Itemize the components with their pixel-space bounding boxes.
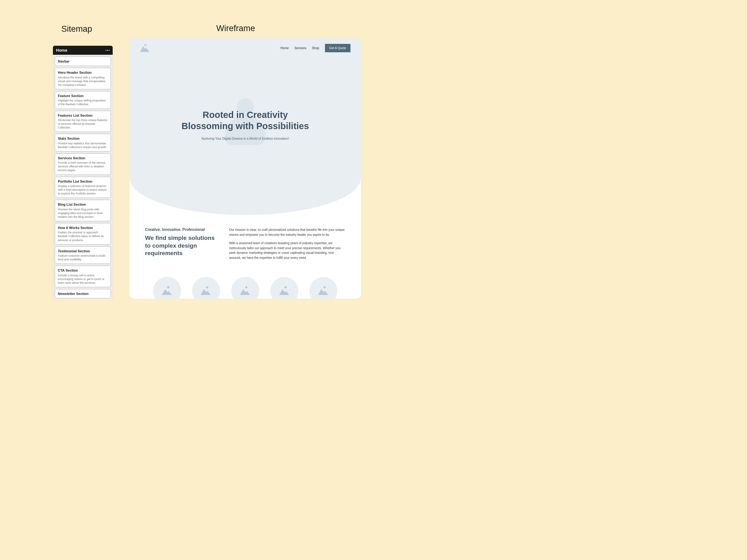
feature-icons-row — [129, 277, 361, 299]
logo-icon[interactable] — [140, 44, 149, 52]
wireframe-heading: Wireframe — [216, 24, 255, 33]
card-title: CTA Section — [58, 268, 108, 272]
card-title: Feature Section — [58, 94, 108, 98]
sitemap-card[interactable]: Services Section Provide a brief overvie… — [55, 153, 111, 175]
sitemap-card[interactable]: CTA Section Include a strong call-to-act… — [55, 266, 111, 287]
get-quote-button[interactable]: Get A Quote — [325, 44, 351, 52]
nav-link-services[interactable]: Services — [294, 46, 306, 50]
card-desc: Provide a brief overview of the various … — [58, 161, 108, 172]
nav-link-shop[interactable]: Shop — [312, 46, 319, 50]
nav-link-home[interactable]: Home — [280, 46, 289, 50]
feature-circle-icon — [271, 277, 299, 299]
sitemap-card[interactable]: Hero Header Section Introduce the brand … — [55, 68, 111, 89]
card-title: Features List Section — [58, 113, 108, 117]
card-title: Navbar — [58, 59, 108, 63]
hero-title-line1: Rooted in Creativity — [203, 110, 288, 120]
feature-eyebrow: Creative. Innovative. Professional — [145, 228, 216, 232]
card-title: How It Works Section — [58, 225, 108, 230]
card-desc: Explain the process or approach Baobab C… — [58, 231, 108, 242]
sitemap-card[interactable]: Navbar — [55, 57, 111, 66]
card-desc: Display a selection of featured projects… — [58, 184, 108, 195]
sitemap-card[interactable]: Feature Section Highlight the unique sel… — [55, 91, 111, 109]
sitemap-card[interactable]: Newsletter Section — [55, 289, 111, 298]
hero-section: Home Services Shop Get A Quote Rooted in… — [129, 38, 361, 215]
hero-title-line2: Blossoming with Possibilities — [181, 121, 309, 131]
sitemap-heading: Sitemap — [61, 24, 92, 34]
feature-circle-icon — [231, 277, 259, 299]
nav-right: Home Services Shop Get A Quote — [280, 44, 351, 52]
feature-para-1: Our mission is clear: to craft personali… — [229, 228, 345, 237]
card-desc: Feature customer testimonials to build t… — [58, 254, 108, 261]
sitemap-card[interactable]: Testimonial Section Feature customer tes… — [55, 246, 111, 264]
sitemap-body: Navbar Hero Header Section Introduce the… — [53, 55, 113, 299]
card-desc: Present key statistics that demonstrate … — [58, 141, 108, 149]
hero-center: Rooted in Creativity Blossoming with Pos… — [141, 109, 350, 140]
card-title: Stats Section — [58, 136, 108, 141]
sitemap-card[interactable]: Stats Section Present key statistics tha… — [55, 134, 111, 152]
sitemap-panel: Home Navbar Hero Header Section Introduc… — [53, 46, 113, 299]
navbar: Home Services Shop Get A Quote — [129, 38, 361, 52]
hero-subtitle: Nurturing Your Digital Dreams in a World… — [141, 137, 350, 140]
feature-left: Creative. Innovative. Professional We fi… — [145, 228, 216, 264]
card-desc: Introduce the brand with a compelling vi… — [58, 76, 108, 87]
more-icon[interactable] — [105, 50, 109, 51]
wireframe-panel: Home Services Shop Get A Quote Rooted in… — [129, 38, 361, 299]
hero-title: Rooted in Creativity Blossoming with Pos… — [141, 109, 350, 132]
sitemap-page-title: Home — [56, 48, 67, 53]
card-desc: Include a strong call-to-action encourag… — [58, 273, 108, 285]
card-desc: Showcase the top three unique features o… — [58, 118, 108, 129]
card-title: Testimonial Section — [58, 249, 108, 253]
feature-circle-icon — [192, 277, 220, 299]
feature-title: We find simple solutions to complex desi… — [145, 234, 216, 257]
sitemap-card[interactable]: Blog List Section Preview the latest blo… — [55, 200, 111, 221]
card-desc: Highlight the unique selling proposition… — [58, 99, 108, 106]
feature-circle-icon — [309, 277, 337, 299]
card-title: Newsletter Section — [58, 292, 108, 296]
sitemap-card[interactable]: Features List Section Showcase the top t… — [55, 111, 111, 132]
feature-circle-icon — [153, 277, 181, 299]
feature-section: Creative. Innovative. Professional We fi… — [129, 215, 361, 264]
sitemap-card[interactable]: How It Works Section Explain the process… — [55, 223, 111, 244]
card-title: Blog List Section — [58, 202, 108, 207]
sitemap-card[interactable]: Portfolio List Section Display a selecti… — [55, 177, 111, 198]
card-title: Portfolio List Section — [58, 179, 108, 184]
sitemap-header: Home — [53, 46, 113, 55]
card-title: Hero Header Section — [58, 70, 108, 75]
card-desc: Preview the latest blog posts with engag… — [58, 208, 108, 219]
feature-right: Our mission is clear: to craft personali… — [229, 228, 345, 264]
feature-para-2: With a seasoned team of creatives boasti… — [229, 241, 345, 260]
card-title: Services Section — [58, 156, 108, 160]
